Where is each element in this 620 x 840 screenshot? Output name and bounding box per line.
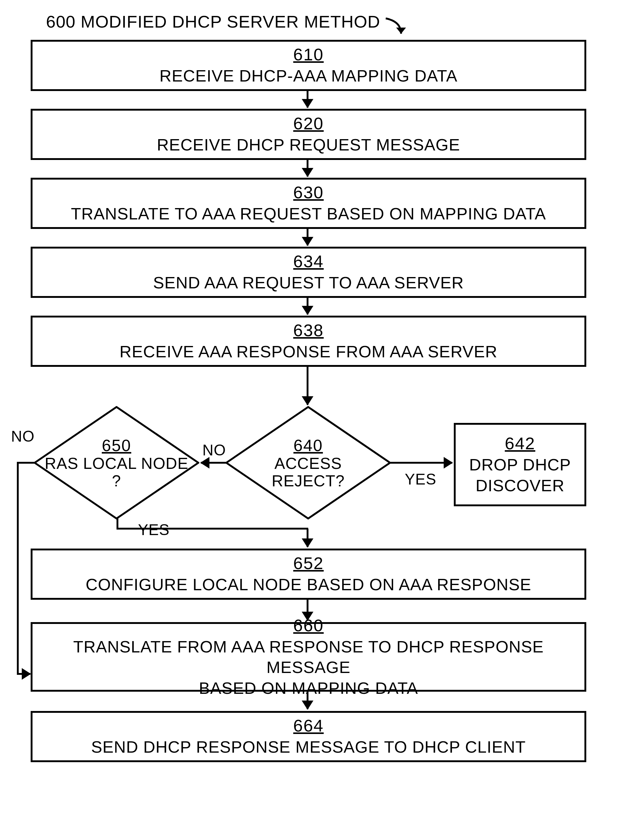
arrow-down-icon xyxy=(307,690,308,709)
step-text: RECEIVE DHCP-AAA MAPPING DATA xyxy=(160,66,457,86)
arrow-down-icon xyxy=(307,296,308,314)
arrow-down-icon xyxy=(307,227,308,246)
connector-line xyxy=(17,462,35,464)
step-text: TRANSLATE TO AAA REQUEST BASED ON MAPPIN… xyxy=(71,204,546,224)
arrow-down-icon xyxy=(307,529,308,547)
step-number: 660 xyxy=(293,615,324,635)
step-text: RECEIVE AAA RESPONSE FROM AAA SERVER xyxy=(120,341,497,362)
step-664: 664 SEND DHCP RESPONSE MESSAGE TO DHCP C… xyxy=(31,711,586,762)
step-text: RECEIVE DHCP REQUEST MESSAGE xyxy=(157,135,460,155)
decision-650: 650 RAS LOCAL NODE ? xyxy=(34,406,199,519)
step-text: SEND DHCP RESPONSE MESSAGE TO DHCP CLIEN… xyxy=(91,737,525,758)
arrow-down-icon xyxy=(307,89,308,108)
step-text: SEND AAA REQUEST TO AAA SERVER xyxy=(153,273,463,293)
step-number: 652 xyxy=(293,553,324,573)
title-arrow-icon xyxy=(383,15,413,43)
step-text: TRANSLATE FROM AAA RESPONSE TO DHCP RESP… xyxy=(33,636,584,699)
step-660: 660 TRANSLATE FROM AAA RESPONSE TO DHCP … xyxy=(31,622,586,692)
step-620: 620 RECEIVE DHCP REQUEST MESSAGE xyxy=(31,109,586,160)
arrow-left-icon xyxy=(201,462,227,464)
step-610: 610 RECEIVE DHCP-AAA MAPPING DATA xyxy=(31,40,586,91)
label-yes: YES xyxy=(405,470,436,488)
step-number: 638 xyxy=(293,320,324,340)
connector-line xyxy=(116,519,118,528)
step-number: 640 xyxy=(293,436,323,455)
step-text: DROP DHCP DISCOVER xyxy=(469,454,571,496)
arrow-right-icon xyxy=(390,462,452,464)
step-number: 630 xyxy=(293,182,324,202)
svg-marker-0 xyxy=(396,28,406,34)
decision-640: 640 ACCESS REJECT? xyxy=(226,406,391,519)
step-638: 638 RECEIVE AAA RESPONSE FROM AAA SERVER xyxy=(31,316,586,367)
diagram-title: 600 MODIFIED DHCP SERVER METHOD xyxy=(46,12,380,32)
step-number: 620 xyxy=(293,113,324,133)
arrow-down-icon xyxy=(307,365,308,405)
label-no: NO xyxy=(202,441,226,459)
arrow-down-icon xyxy=(307,158,308,177)
step-number: 664 xyxy=(293,716,324,735)
step-642: 642 DROP DHCP DISCOVER xyxy=(454,423,586,506)
step-630: 630 TRANSLATE TO AAA REQUEST BASED ON MA… xyxy=(31,178,586,229)
step-number: 650 xyxy=(102,436,131,455)
label-no: NO xyxy=(11,428,35,445)
step-text: CONFIGURE LOCAL NODE BASED ON AAA RESPON… xyxy=(86,574,531,595)
connector-line xyxy=(116,528,308,530)
arrow-right-icon xyxy=(17,673,30,675)
step-number: 642 xyxy=(505,434,535,453)
step-652: 652 CONFIGURE LOCAL NODE BASED ON AAA RE… xyxy=(31,549,586,600)
step-634: 634 SEND AAA REQUEST TO AAA SERVER xyxy=(31,247,586,298)
step-number: 610 xyxy=(293,44,324,64)
step-text: RAS LOCAL NODE ? xyxy=(45,455,188,490)
step-number: 634 xyxy=(293,251,324,271)
step-text: ACCESS REJECT? xyxy=(272,455,345,490)
connector-line xyxy=(17,462,19,675)
label-yes: YES xyxy=(138,521,170,539)
